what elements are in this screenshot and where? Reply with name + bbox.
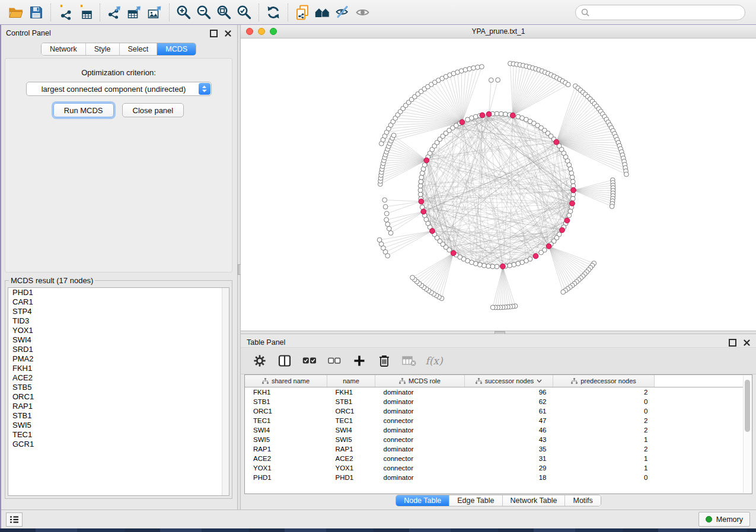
network-hub-node[interactable] (421, 209, 426, 214)
network-node[interactable] (512, 262, 516, 267)
network-node[interactable] (384, 217, 389, 222)
copy-network-button[interactable] (292, 2, 312, 23)
network-hub-node[interactable] (500, 264, 506, 269)
result-list-item[interactable]: PMA2 (8, 354, 229, 364)
network-hub-node[interactable] (571, 188, 576, 193)
result-list-item[interactable]: ORC1 (8, 392, 229, 402)
refresh-button[interactable] (263, 2, 283, 23)
network-node[interactable] (490, 305, 495, 310)
table-row[interactable]: FKH1FKH1dominator962 (245, 387, 743, 398)
table-row[interactable]: SWI5SWI5connector431 (245, 435, 743, 444)
network-hub-node[interactable] (451, 251, 456, 256)
result-list-item[interactable]: STB1 (8, 411, 229, 421)
tab-motifs[interactable]: Motifs (564, 495, 600, 506)
network-node[interactable] (568, 166, 573, 171)
tab-node-table[interactable]: Node Table (396, 495, 449, 506)
home-button[interactable] (312, 2, 333, 23)
tab-edge-table[interactable]: Edge Table (449, 495, 502, 506)
network-node[interactable] (419, 180, 423, 184)
result-list-item[interactable]: PHD1 (8, 288, 229, 297)
table-scrollbar[interactable] (743, 376, 751, 493)
network-node[interactable] (387, 226, 391, 231)
column-header-name[interactable]: name (327, 375, 375, 387)
network-node[interactable] (385, 222, 390, 227)
network-node[interactable] (489, 78, 493, 82)
network-hub-node[interactable] (424, 158, 429, 163)
network-node[interactable] (482, 263, 487, 268)
result-list-item[interactable]: SWI5 (8, 421, 229, 430)
toggle-column-panel-button[interactable] (275, 351, 294, 371)
delete-button[interactable] (375, 351, 394, 371)
network-hub-node[interactable] (419, 199, 424, 204)
result-list-item[interactable]: TID3 (8, 316, 229, 326)
network-node[interactable] (567, 213, 572, 218)
network-node[interactable] (570, 175, 575, 180)
network-hub-node[interactable] (486, 111, 492, 117)
network-node[interactable] (610, 204, 614, 209)
save-session-button[interactable] (26, 2, 46, 23)
maximize-window-icon[interactable] (270, 28, 277, 35)
network-node[interactable] (473, 114, 478, 119)
network-node[interactable] (566, 82, 570, 87)
table-row[interactable]: TEC1TEC1connector472 (245, 416, 743, 425)
criterion-select[interactable]: largest connected component (undirected) (26, 82, 212, 96)
table-row[interactable]: RAP1RAP1dominator352 (245, 444, 743, 454)
close-panel-button[interactable]: Close panel (122, 103, 184, 117)
network-hub-node[interactable] (570, 201, 575, 206)
result-list-scrollbar[interactable] (222, 288, 229, 495)
run-mcds-button[interactable]: Run MCDS (53, 103, 114, 117)
result-list-item[interactable]: CAR1 (8, 297, 229, 307)
zoom-out-button[interactable] (194, 2, 214, 23)
network-node[interactable] (377, 238, 382, 242)
zoom-selected-button[interactable] (234, 2, 254, 23)
show-all-button[interactable] (353, 2, 373, 23)
result-list-item[interactable]: SRD1 (8, 345, 229, 354)
column-header-mcds-role[interactable]: MCDS role (375, 375, 465, 387)
network-node[interactable] (419, 175, 424, 180)
column-header-shared-name[interactable]: shared name (245, 375, 327, 387)
search-field[interactable] (575, 5, 745, 20)
network-hub-node[interactable] (510, 113, 515, 118)
network-node[interactable] (486, 264, 491, 268)
network-node[interactable] (495, 111, 499, 116)
network-node[interactable] (418, 192, 423, 197)
network-hub-node[interactable] (564, 218, 570, 223)
deselect-all-columns-button[interactable] (325, 351, 344, 371)
close-panel-icon[interactable] (744, 339, 750, 346)
close-window-icon[interactable] (246, 28, 253, 35)
table-row[interactable]: SWI4SWI4dominator462 (245, 425, 743, 435)
network-node[interactable] (384, 211, 389, 216)
column-header-successor-nodes[interactable]: successor nodes (465, 375, 553, 387)
float-panel-icon[interactable] (729, 339, 736, 347)
float-panel-icon[interactable] (210, 30, 218, 37)
column-header-predecessor-nodes[interactable]: predecessor nodes (553, 375, 655, 387)
table-row[interactable]: ACE2ACE2connector311 (245, 454, 743, 463)
network-node[interactable] (391, 133, 396, 138)
network-node[interactable] (383, 204, 388, 209)
task-history-button[interactable] (6, 512, 23, 527)
network-node[interactable] (410, 275, 415, 280)
network-node[interactable] (508, 263, 512, 268)
close-panel-icon[interactable] (225, 30, 231, 37)
network-node[interactable] (382, 198, 387, 203)
open-file-button[interactable] (6, 2, 26, 23)
network-hub-node[interactable] (546, 243, 551, 249)
result-list-item[interactable]: TEC1 (8, 430, 229, 440)
import-network-button[interactable] (55, 2, 75, 23)
export-image-button[interactable] (145, 2, 165, 23)
network-hub-node[interactable] (430, 229, 435, 234)
network-hub-node[interactable] (533, 254, 538, 259)
import-table-button[interactable] (75, 2, 95, 23)
network-hub-node[interactable] (554, 139, 559, 145)
network-hub-node[interactable] (480, 113, 485, 118)
tab-network[interactable]: Network (42, 43, 85, 55)
network-node[interactable] (418, 188, 423, 193)
network-node[interactable] (388, 230, 393, 235)
table-row[interactable]: STB1STB1dominator620 (245, 397, 743, 406)
network-node[interactable] (422, 163, 427, 168)
select-all-columns-button[interactable] (300, 351, 319, 371)
tab-style[interactable]: Style (85, 43, 119, 55)
function-builder-button[interactable]: f(x) (425, 351, 444, 371)
network-node[interactable] (420, 171, 425, 175)
result-list-item[interactable]: YOX1 (8, 326, 229, 335)
